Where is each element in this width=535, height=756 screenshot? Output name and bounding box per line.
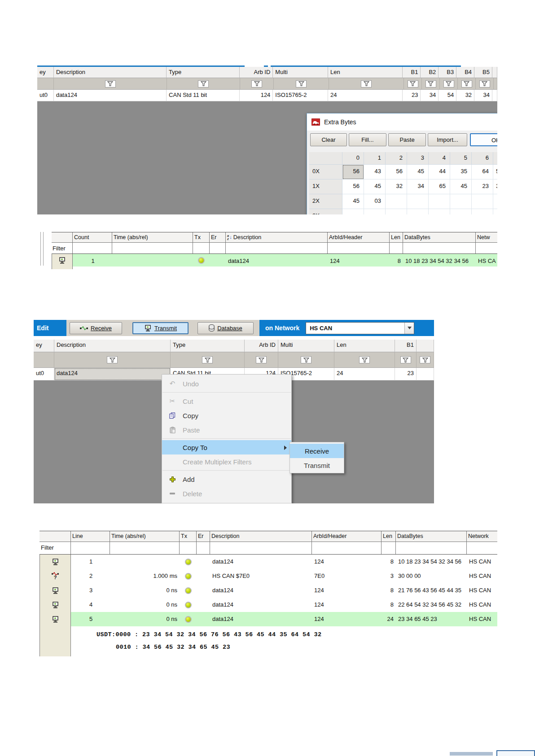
col-time[interactable]: Time (abs/rel) — [112, 232, 193, 242]
cell-line[interactable]: 2 — [71, 569, 110, 583]
filter-b1[interactable] — [404, 78, 422, 90]
byte-cell[interactable]: 45 — [342, 194, 364, 209]
cell-arbid[interactable]: 124 — [240, 90, 273, 101]
cell-network[interactable]: HS CAN — [467, 598, 497, 612]
cell-key[interactable]: ut0 — [37, 90, 54, 101]
cell-databytes[interactable]: 22 64 54 32 34 56 45 32 — [396, 598, 467, 612]
filter-er[interactable] — [210, 243, 226, 253]
col-b3[interactable]: B3 — [439, 67, 456, 78]
col-description[interactable]: az↓ Description — [226, 232, 328, 242]
col-er[interactable]: Er — [197, 531, 210, 542]
cell-key[interactable]: ut0 — [34, 368, 54, 380]
cell-len[interactable]: 8 — [382, 583, 396, 598]
cell-count[interactable]: 1 — [73, 254, 112, 267]
message-row[interactable]: 1 data124 124 8 10 18 23 34 54 32 34 56 … — [39, 555, 497, 569]
cell-arbid[interactable]: 124 — [312, 612, 382, 626]
cell-line[interactable]: 1 — [71, 555, 110, 569]
col-tx[interactable]: Tx — [193, 232, 210, 242]
filter-funnel-icon[interactable] — [400, 356, 411, 363]
message-row[interactable]: ut0 data124 CAN Std 11 bit 124 ISO15765-… — [37, 90, 497, 101]
cell-er[interactable] — [197, 583, 210, 598]
col-line[interactable]: Line — [71, 531, 110, 542]
filter-network[interactable] — [467, 542, 497, 554]
filter-count[interactable] — [73, 243, 112, 253]
filter-databytes[interactable] — [403, 243, 476, 253]
col-len[interactable]: Len — [328, 67, 403, 78]
byte-cell[interactable] — [407, 194, 429, 209]
byte-cell[interactable]: 23 — [472, 179, 493, 194]
submenu-item-receive[interactable]: Receive — [290, 444, 344, 458]
byte-cell[interactable]: 3 — [493, 179, 497, 194]
cell-description[interactable]: data124 — [210, 555, 312, 569]
cell-len[interactable]: 8 — [390, 254, 403, 267]
byte-cell[interactable]: 35 — [450, 165, 472, 179]
byte-cell[interactable] — [450, 209, 472, 214]
byte-cell[interactable]: 03 — [364, 194, 386, 209]
cell-line[interactable]: 5 — [71, 612, 110, 626]
filter-b1[interactable] — [395, 352, 417, 368]
byte-cell[interactable]: 45 — [364, 179, 386, 194]
filter-funnel-icon[interactable] — [443, 80, 454, 87]
byte-cell-selected[interactable]: 56 — [342, 165, 364, 179]
filter-tx[interactable] — [180, 542, 197, 554]
byte-cell[interactable] — [386, 194, 407, 209]
col-description[interactable]: Description — [210, 531, 312, 542]
filter-arbid[interactable] — [240, 78, 274, 90]
byte-cell[interactable]: 34 — [407, 179, 429, 194]
import-button[interactable]: Import... — [428, 133, 467, 146]
cell-network[interactable]: HS CAN — [467, 583, 497, 598]
cell-er[interactable] — [197, 569, 210, 583]
byte-cell[interactable]: 45 — [407, 165, 429, 179]
dialog-titlebar[interactable]: Extra Bytes — [307, 114, 497, 131]
byte-cell[interactable]: 43 — [364, 165, 386, 179]
filter-b5[interactable] — [476, 78, 494, 90]
col-arbid[interactable]: ArbId/Header — [328, 232, 390, 242]
cell-description[interactable]: data124 — [210, 598, 312, 612]
message-row-highlighted[interactable]: 1 data124 124 8 10 18 23 34 54 32 34 56 … — [52, 254, 497, 267]
byte-cell[interactable]: 65 — [429, 179, 450, 194]
filter-er[interactable] — [197, 542, 210, 554]
col-er[interactable]: Er — [210, 232, 226, 242]
col-key[interactable]: ey — [34, 340, 54, 352]
col-len[interactable]: Len — [390, 232, 403, 242]
cell-b2[interactable]: 34 — [421, 90, 439, 101]
network-dropdown[interactable]: HS CAN — [306, 322, 414, 334]
cell-time[interactable]: 0 ns — [110, 598, 180, 612]
cell-b5[interactable]: 34 — [474, 90, 492, 101]
col-b4[interactable]: B4 — [456, 67, 474, 78]
byte-cell[interactable] — [386, 209, 407, 214]
byte-cell[interactable] — [429, 209, 450, 214]
message-row[interactable]: 3 0 ns data124 124 8 21 76 56 43 56 45 4… — [39, 583, 497, 598]
col-arbid[interactable]: Arb ID — [240, 67, 273, 78]
cell-b1[interactable]: 23 — [395, 368, 417, 380]
filter-description[interactable] — [54, 352, 171, 368]
filter-b3[interactable] — [440, 78, 458, 90]
cell-databytes[interactable]: 21 76 56 43 56 45 44 35 — [396, 583, 467, 598]
fill-button[interactable]: Fill... — [349, 133, 386, 146]
message-row[interactable]: ? 2 1.000 ms HS CAN $7E0 7E0 3 30 00 00 … — [39, 569, 497, 583]
cell-databytes[interactable]: 10 18 23 34 54 32 34 56 — [396, 555, 467, 569]
filter-funnel-icon[interactable] — [425, 80, 436, 87]
filter-description[interactable] — [210, 542, 312, 554]
cell-network[interactable]: HS CAN — [467, 569, 497, 583]
filter-description[interactable] — [226, 243, 328, 253]
filter-b4[interactable] — [458, 78, 476, 90]
filter-arbid[interactable] — [328, 243, 390, 253]
col-b1[interactable]: B1 — [403, 67, 421, 78]
col-arbid[interactable]: Arb ID — [245, 340, 278, 352]
filter-type[interactable] — [171, 352, 245, 368]
cell-type[interactable]: CAN Std 11 bit — [167, 90, 239, 101]
byte-cell[interactable]: 45 — [450, 179, 472, 194]
cell-multi[interactable]: ISO15765-2 — [273, 90, 328, 101]
filter-funnel-icon[interactable] — [256, 356, 267, 363]
filter-len[interactable] — [390, 243, 403, 253]
receive-button[interactable]: Receive — [70, 322, 122, 334]
col-key[interactable]: ey — [37, 67, 54, 78]
cell-b1[interactable]: 23 — [403, 90, 421, 101]
cell-databytes[interactable]: 10 18 23 34 54 32 34 56 — [403, 254, 476, 267]
col-b5[interactable]: B5 — [474, 67, 492, 78]
cell-len[interactable]: 8 — [382, 598, 396, 612]
splitter-line[interactable] — [40, 232, 41, 266]
col-type[interactable]: Type — [171, 340, 245, 352]
filter-len[interactable] — [382, 542, 396, 554]
